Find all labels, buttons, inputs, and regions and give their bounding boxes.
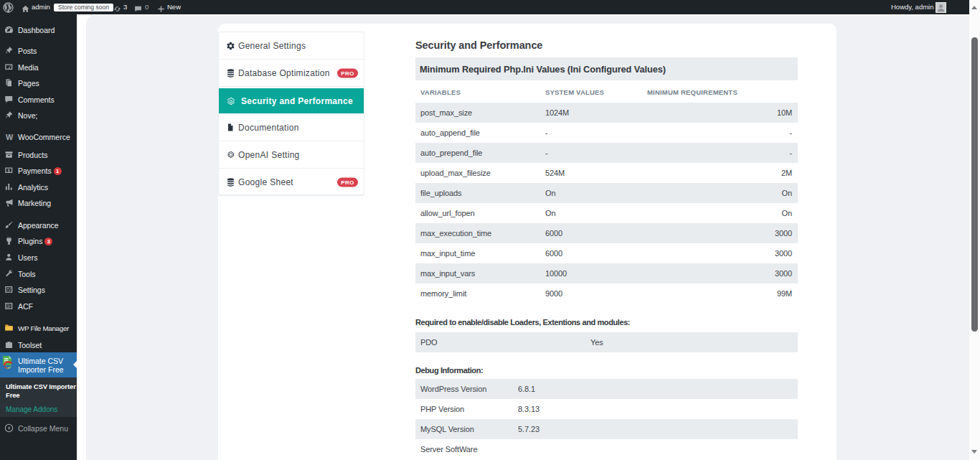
svg-text:W: W <box>6 133 14 141</box>
